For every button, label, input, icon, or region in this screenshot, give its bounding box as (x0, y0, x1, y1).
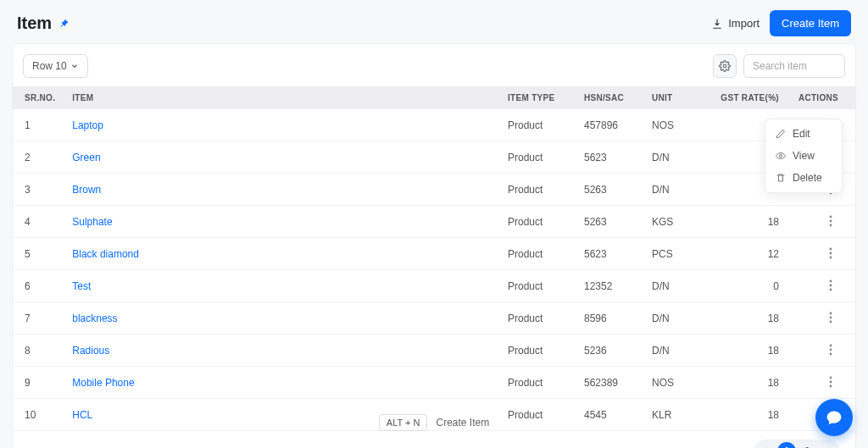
cell-unit: PCS (643, 238, 703, 270)
shortcut-key: ALT + N (379, 414, 428, 431)
cell-unit: D/N (643, 174, 703, 206)
cell-type: Product (499, 174, 576, 206)
cell-sr: 4 (13, 206, 64, 238)
cell-sr: 5 (13, 238, 64, 270)
cell-type: Product (499, 238, 576, 270)
page-next-button[interactable] (818, 442, 837, 448)
table-row: 6TestProduct12352D/N0 (13, 270, 855, 302)
cell-item: Sulphate (64, 206, 499, 238)
svg-point-25 (830, 377, 832, 379)
row-actions-button[interactable] (823, 342, 838, 357)
page-title: Item (17, 14, 52, 33)
page-1-button[interactable]: 1 (777, 442, 796, 448)
menu-edit[interactable]: Edit (765, 123, 842, 145)
item-link[interactable]: Brown (72, 184, 101, 196)
col-actions: ACTIONS (787, 86, 855, 109)
cell-hsn: 5263 (576, 174, 643, 206)
cell-gst: 18 (703, 206, 787, 238)
cell-unit: D/N (643, 141, 703, 174)
cell-hsn: 5623 (576, 238, 643, 270)
cell-gst: 18 (703, 335, 787, 367)
footer-hint: ALT + N Create Item (0, 414, 868, 431)
item-link[interactable]: Test (72, 280, 91, 292)
cell-type: Product (499, 206, 576, 238)
cell-actions (787, 335, 855, 367)
cell-hsn: 5623 (576, 141, 643, 174)
settings-button[interactable] (713, 54, 737, 78)
cell-item: Laptop (64, 109, 499, 141)
eye-icon (776, 151, 786, 161)
cell-gst: 18 (703, 367, 787, 399)
pagination: 1 2 (13, 431, 855, 448)
create-item-button[interactable]: Create Item (770, 10, 851, 36)
svg-point-14 (830, 252, 832, 255)
import-button[interactable]: Import (711, 17, 760, 30)
chat-icon (826, 409, 843, 426)
cell-type: Product (499, 302, 576, 335)
item-link[interactable]: Sulphate (72, 216, 112, 228)
item-link[interactable]: Radious (72, 345, 109, 357)
cell-item: Radious (64, 335, 499, 367)
col-gst: GST RATE(%) (703, 86, 787, 109)
cell-hsn: 12352 (576, 270, 643, 302)
item-link[interactable]: blackness (72, 312, 117, 324)
cell-sr: 2 (13, 141, 64, 174)
cell-unit: NOS (643, 367, 703, 399)
cell-hsn: 562389 (576, 367, 643, 399)
cell-actions (787, 206, 855, 238)
cell-unit: D/N (643, 335, 703, 367)
cell-hsn: 457896 (576, 109, 643, 141)
table-row: 4SulphateProduct5263KGS18 (13, 206, 855, 238)
item-link[interactable]: Green (72, 152, 100, 163)
table-row: 5Black diamondProduct5623PCS12 (13, 238, 855, 270)
cell-sr: 1 (13, 109, 64, 141)
cell-unit: KGS (643, 206, 703, 238)
pin-icon[interactable] (58, 18, 70, 30)
cell-gst: 0 (703, 270, 787, 302)
row-actions-button[interactable] (823, 213, 838, 229)
row-actions-button[interactable] (823, 278, 838, 293)
items-table: SR.NO. ITEM ITEM TYPE HSN/SAC UNIT GST R… (13, 86, 855, 431)
menu-edit-label: Edit (793, 128, 810, 140)
chevron-down-icon (70, 62, 79, 70)
cell-gst: 12 (703, 238, 787, 270)
rows-per-page-select[interactable]: Row 10 (23, 54, 88, 78)
svg-point-27 (830, 385, 832, 388)
cell-sr: 7 (13, 302, 64, 335)
cell-type: Product (499, 367, 576, 399)
cell-unit: D/N (643, 270, 703, 302)
svg-point-0 (723, 64, 726, 68)
item-link[interactable]: Black diamond (72, 248, 139, 260)
svg-point-31 (780, 155, 782, 158)
item-link[interactable]: Mobile Phone (72, 377, 134, 389)
cell-sr: 6 (13, 270, 64, 302)
cell-unit: NOS (643, 109, 703, 141)
svg-point-10 (830, 216, 832, 218)
row-actions-button[interactable] (823, 310, 838, 325)
menu-delete[interactable]: Delete (765, 167, 842, 189)
search-input[interactable] (743, 54, 845, 78)
row-actions-button[interactable] (823, 246, 838, 261)
cell-actions (787, 238, 855, 270)
table-row: 2GreenProduct5623D/N18 (13, 141, 855, 174)
svg-point-11 (830, 220, 832, 223)
cell-unit: D/N (643, 302, 703, 335)
trash-icon (776, 173, 786, 183)
row-actions-button[interactable] (823, 374, 838, 390)
cell-actions (787, 270, 855, 302)
page-2-button[interactable]: 2 (798, 442, 816, 448)
cell-item: Mobile Phone (64, 367, 499, 399)
page-header: Item Import Create Item (0, 0, 868, 43)
table-row: 7blacknessProduct8596D/N18 (13, 302, 855, 335)
item-link[interactable]: Laptop (72, 119, 103, 131)
svg-point-12 (830, 224, 832, 227)
chat-button[interactable] (815, 399, 853, 436)
cell-gst: 18 (703, 302, 787, 335)
cell-item: blackness (64, 302, 499, 335)
svg-point-21 (830, 321, 832, 324)
menu-view[interactable]: View (765, 145, 842, 167)
svg-point-24 (830, 353, 832, 356)
col-hsn: HSN/SAC (576, 86, 643, 109)
cell-type: Product (499, 109, 576, 141)
page-prev-button[interactable] (757, 442, 776, 448)
